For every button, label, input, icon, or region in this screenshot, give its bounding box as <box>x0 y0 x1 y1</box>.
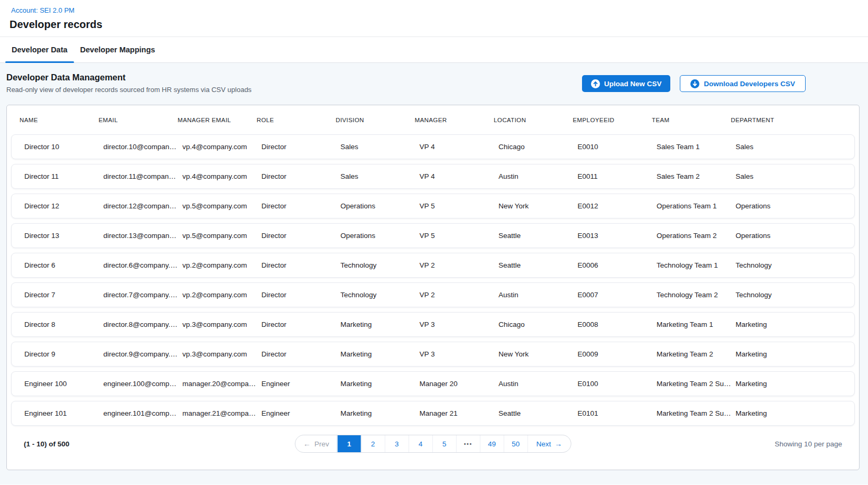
table-cell: Technology <box>340 261 420 269</box>
upload-new-csv-button[interactable]: Upload New CSV <box>582 75 671 92</box>
table-cell: Sales <box>736 143 842 151</box>
column-header-location: LOCATION <box>494 117 573 123</box>
table-cell: Chicago <box>498 143 578 151</box>
upload-icon <box>591 79 600 88</box>
table-cell: Marketing <box>736 409 842 417</box>
table-cell: engineer.100@comp… <box>104 380 183 388</box>
table-cell: VP 5 <box>420 232 499 240</box>
table-footer: (1 - 10) of 500 ←Prev12345•••4950Next→ S… <box>11 435 855 453</box>
table-cell: Marketing <box>340 380 420 388</box>
table-cell: Director 11 <box>24 172 104 180</box>
column-header-name: NAME <box>20 117 99 123</box>
section-title: Developer Data Management <box>6 72 252 83</box>
table-cell: E0100 <box>578 380 657 388</box>
table-cell: E0009 <box>578 350 657 358</box>
tab-developer-data[interactable]: Developer Data <box>5 37 74 62</box>
table-cell: Sales <box>736 172 842 180</box>
table-cell: vp.2@company.com <box>182 261 262 269</box>
column-header-role: ROLE <box>257 117 336 123</box>
page-title: Developer records <box>10 19 857 31</box>
pagination-page-4[interactable]: 4 <box>409 435 432 452</box>
section-subtitle: Read-only view of developer records sour… <box>6 86 252 94</box>
table-row: Director 13director.13@compan…vp.5@compa… <box>11 223 855 248</box>
table-cell: VP 3 <box>420 350 499 358</box>
tab-bar: Developer Data Developer Mappings <box>0 37 868 63</box>
table-cell: Director <box>262 143 341 151</box>
table-cell: Technology Team 2 <box>657 291 736 299</box>
table-cell: Marketing <box>736 380 842 388</box>
tab-developer-mappings[interactable]: Developer Mappings <box>74 37 162 62</box>
column-header-manager: MANAGER <box>415 117 494 123</box>
table-cell: Operations <box>340 202 420 210</box>
table-body: Director 10director.10@compan…vp.4@compa… <box>11 134 855 426</box>
table-cell: vp.4@company.com <box>182 143 262 151</box>
table-cell: Marketing <box>340 321 420 328</box>
table-row: Director 6director.6@company.…vp.2@compa… <box>11 253 855 278</box>
table-cell: Director <box>262 261 341 269</box>
table-cell: Seattle <box>498 409 578 417</box>
table-cell: Director 6 <box>24 261 104 269</box>
table-cell: Austin <box>498 291 578 299</box>
column-header-team: TEAM <box>652 117 731 123</box>
table-cell: Chicago <box>498 321 578 328</box>
page-header: Account: SEI 2.0 PM Developer records <box>0 0 868 37</box>
pagination-page-3[interactable]: 3 <box>385 435 409 452</box>
table-header-row: NAMEEMAILMANAGER EMAILROLEDIVISIONMANAGE… <box>11 105 855 134</box>
table-cell: Marketing <box>340 409 420 417</box>
table-cell: Engineer <box>262 409 341 417</box>
pagination-page-2[interactable]: 2 <box>361 435 385 452</box>
table-cell: Operations <box>340 232 420 240</box>
table-cell: Engineer <box>262 380 341 388</box>
main-section: Developer Data Management Read-only view… <box>0 63 868 484</box>
table-row: Director 7director.7@company.…vp.2@compa… <box>11 282 855 307</box>
table-cell: Director 8 <box>24 321 104 328</box>
table-cell: E0013 <box>578 232 657 240</box>
table-cell: Marketing <box>736 321 842 328</box>
column-header-department: DEPARTMENT <box>731 117 847 123</box>
table-cell: Seattle <box>498 232 578 240</box>
table-cell: VP 2 <box>420 261 499 269</box>
table-cell: Austin <box>498 380 578 388</box>
account-breadcrumb-link[interactable]: Account: SEI 2.0 PM <box>11 6 75 14</box>
table-cell: Sales Team 1 <box>657 143 736 151</box>
download-developers-csv-button[interactable]: Download Developers CSV <box>680 75 806 92</box>
table-cell: Manager 21 <box>420 409 499 417</box>
table-row: Director 12director.12@compan…vp.5@compa… <box>11 194 855 218</box>
pagination-page-49[interactable]: 49 <box>480 435 504 452</box>
pagination-page-50[interactable]: 50 <box>504 435 528 452</box>
action-buttons: Upload New CSV Download Developers CSV <box>582 75 806 92</box>
pagination-page-5[interactable]: 5 <box>432 435 456 452</box>
table-cell: Technology <box>736 261 842 269</box>
arrow-right-icon: → <box>555 440 562 447</box>
table-row: Director 9director.9@company.…vp.3@compa… <box>11 342 855 367</box>
table-cell: director.11@compan… <box>104 172 183 180</box>
download-icon <box>690 79 699 88</box>
per-page-text: Showing 10 per page <box>774 440 842 448</box>
table-cell: Technology Team 1 <box>657 261 736 269</box>
upload-button-label: Upload New CSV <box>604 80 662 88</box>
table-cell: Director <box>262 202 341 210</box>
table-cell: Director <box>262 291 341 299</box>
table-cell: Engineer 101 <box>24 409 104 417</box>
pagination-prev-button[interactable]: ←Prev <box>296 435 337 452</box>
table-cell: vp.3@company.com <box>182 321 262 328</box>
table-cell: director.9@company.… <box>104 350 183 358</box>
table-cell: Technology <box>340 291 420 299</box>
table-cell: director.6@company.… <box>104 261 183 269</box>
table-row: Engineer 100engineer.100@comp…manager.20… <box>11 371 855 396</box>
table-cell: Director <box>262 172 341 180</box>
prev-label: Prev <box>315 440 329 448</box>
table-cell: Director <box>262 321 341 328</box>
download-button-label: Download Developers CSV <box>704 80 795 88</box>
pagination-page-1[interactable]: 1 <box>337 435 361 452</box>
table-row: Director 11director.11@compan…vp.4@compa… <box>11 164 855 189</box>
table-cell: VP 5 <box>420 202 499 210</box>
table-cell: Director 7 <box>24 291 104 299</box>
table-cell: Director 12 <box>24 202 104 210</box>
table-cell: director.8@company.… <box>104 321 183 328</box>
table-cell: Director <box>262 350 341 358</box>
table-cell: Operations Team 2 <box>657 232 736 240</box>
table-cell: Operations Team 1 <box>657 202 736 210</box>
table-cell: director.13@compan… <box>104 232 183 240</box>
pagination-next-button[interactable]: Next→ <box>528 435 571 452</box>
